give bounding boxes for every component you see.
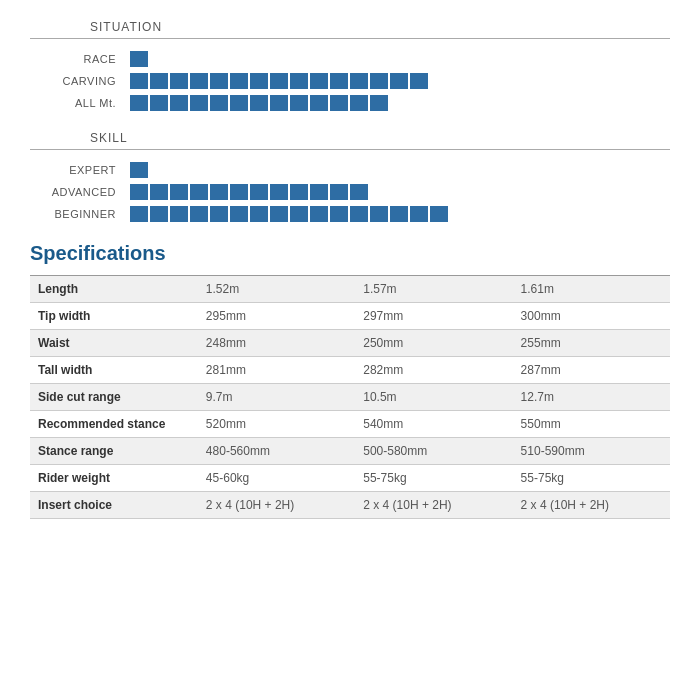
bar-block [450,51,468,67]
bar-block [410,206,428,222]
bar-block [310,51,328,67]
bar-block [250,184,268,200]
spec-value: 500-580mm [355,438,512,465]
bar-block [390,162,408,178]
chart-bars [130,95,488,111]
bar-block [150,162,168,178]
bar-block [290,51,308,67]
skill-title: SKILL [30,131,670,145]
spec-label: Insert choice [30,492,198,519]
chart-row: CARVING [30,73,670,89]
table-row: Side cut range9.7m10.5m12.7m [30,384,670,411]
bar-block [410,162,428,178]
specs-table: Length1.52m1.57m1.61mTip width295mm297mm… [30,275,670,519]
bar-block [210,184,228,200]
bar-block [230,95,248,111]
bar-block [450,95,468,111]
bar-block [430,206,448,222]
spec-label: Side cut range [30,384,198,411]
chart-row: ADVANCED [30,184,670,200]
spec-value: 550mm [513,411,670,438]
spec-value: 510-590mm [513,438,670,465]
spec-value: 250mm [355,330,512,357]
bar-block [130,206,148,222]
bar-block [290,95,308,111]
bar-block [250,206,268,222]
bar-block [190,184,208,200]
bar-block [410,184,428,200]
bar-block [190,51,208,67]
bar-block [150,73,168,89]
bar-block [470,162,488,178]
bar-block [430,162,448,178]
bar-block [310,184,328,200]
bar-block [270,51,288,67]
bar-block [190,95,208,111]
bar-block [410,51,428,67]
bar-block [210,162,228,178]
bar-block [450,73,468,89]
bar-block [310,73,328,89]
spec-value: 480-560mm [198,438,355,465]
table-row: Recommended stance520mm540mm550mm [30,411,670,438]
chart-bars [130,73,488,89]
bar-block [390,184,408,200]
bar-block [270,184,288,200]
spec-value: 9.7m [198,384,355,411]
bar-block [170,95,188,111]
spec-value: 10.5m [355,384,512,411]
bar-block [450,206,468,222]
bar-block [370,184,388,200]
chart-bars [130,51,488,67]
bar-block [170,51,188,67]
bar-block [470,206,488,222]
chart-bars [130,206,488,222]
bar-block [470,184,488,200]
chart-row-label: BEGINNER [50,208,130,220]
bar-block [430,184,448,200]
bar-block [170,184,188,200]
spec-value: 55-75kg [355,465,512,492]
bar-block [190,73,208,89]
bar-block [190,206,208,222]
table-row: Waist248mm250mm255mm [30,330,670,357]
bar-block [230,184,248,200]
bar-block [390,73,408,89]
bar-block [330,95,348,111]
bar-block [130,73,148,89]
bar-block [130,51,148,67]
spec-value: 297mm [355,303,512,330]
bar-block [290,184,308,200]
spec-value: 300mm [513,303,670,330]
bar-block [290,73,308,89]
bar-block [330,73,348,89]
bar-block [170,162,188,178]
spec-label: Stance range [30,438,198,465]
bar-block [410,73,428,89]
chart-row: BEGINNER [30,206,670,222]
bar-block [350,162,368,178]
bar-block [390,51,408,67]
bar-block [350,184,368,200]
bar-block [470,73,488,89]
bar-block [290,162,308,178]
bar-block [210,206,228,222]
bar-block [310,95,328,111]
spec-value: 287mm [513,357,670,384]
situation-title: SITUATION [30,20,670,34]
skill-divider [30,149,670,150]
chart-bars [130,184,488,200]
spec-value: 255mm [513,330,670,357]
bar-block [330,162,348,178]
bar-block [310,206,328,222]
bar-block [470,95,488,111]
bar-block [370,51,388,67]
bar-block [170,73,188,89]
bar-block [430,51,448,67]
situation-divider [30,38,670,39]
spec-value: 12.7m [513,384,670,411]
bar-block [270,162,288,178]
bar-block [150,51,168,67]
skill-section: SKILL EXPERTADVANCEDBEGINNER [30,131,670,222]
bar-block [330,206,348,222]
